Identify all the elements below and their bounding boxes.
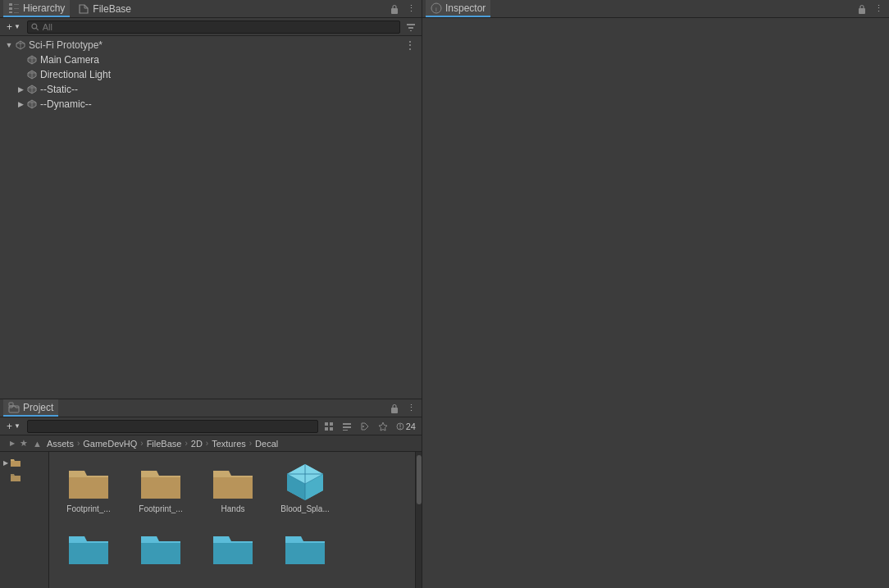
breadcrumb-star[interactable]: ★ — [20, 438, 28, 449]
project-fav-btn[interactable] — [376, 421, 390, 432]
svg-rect-30 — [391, 408, 398, 413]
footprint2-icon — [136, 462, 185, 503]
project-menu-btn[interactable]: ⋮ — [404, 402, 418, 414]
project-content: ▶ — [0, 452, 422, 588]
svg-point-38 — [362, 426, 364, 427]
static-arrow — [15, 84, 26, 95]
tree-item-main-camera[interactable]: Main Camera — [0, 52, 422, 67]
tree-item-directional-light[interactable]: Directional Light — [0, 67, 422, 82]
hierarchy-section: Hierarchy FileBase ⋮ + ▼ — [0, 0, 422, 399]
directional-light-icon — [26, 69, 38, 80]
tree-item-scene-root[interactable]: Sci-Fi Prototype* ⋮ — [0, 38, 422, 52]
project-thumbnail-btn[interactable] — [321, 421, 336, 432]
project-file-count: 24 — [406, 422, 416, 431]
project-tree-btn[interactable] — [340, 421, 354, 432]
hierarchy-tree: Sci-Fi Prototype* ⋮ Main Camera — [0, 36, 422, 399]
hands-label: Hands — [221, 504, 245, 514]
footprint1-icon — [64, 462, 113, 503]
svg-rect-36 — [343, 426, 351, 428]
scene-root-arrow — [3, 39, 15, 51]
add-label: + — [7, 21, 12, 33]
svg-marker-6 — [80, 5, 88, 13]
dynamic-arrow — [15, 98, 26, 110]
sidebar-folder-icon — [10, 457, 21, 468]
left-panel: Hierarchy FileBase ⋮ + ▼ — [0, 0, 422, 588]
filebase-tab-label: FileBase — [93, 3, 131, 15]
svg-rect-3 — [14, 4, 19, 5]
project-search-input[interactable] — [31, 422, 314, 431]
svg-rect-53 — [859, 8, 865, 14]
project-add-button[interactable]: + ▼ — [3, 420, 24, 433]
file-item-folder5[interactable] — [56, 524, 121, 573]
tree-item-static[interactable]: --Static-- — [0, 82, 422, 97]
tab-project[interactable]: Project — [3, 399, 58, 417]
inspector-menu-btn[interactable]: ⋮ — [872, 2, 886, 15]
svg-marker-39 — [379, 422, 387, 431]
filebase-tab-icon — [78, 3, 89, 15]
breadcrumb-up[interactable]: ▲ — [33, 439, 42, 449]
hierarchy-search-input[interactable] — [43, 22, 396, 32]
breadcrumb-assets[interactable]: Assets — [47, 439, 74, 449]
scene-root-menu[interactable]: ⋮ — [402, 38, 418, 52]
svg-rect-28 — [9, 406, 19, 413]
svg-rect-10 — [407, 24, 415, 25]
project-search-box — [27, 420, 318, 433]
breadcrumb-2d[interactable]: 2D — [191, 439, 203, 449]
breadcrumb-textures[interactable]: Textures — [212, 439, 246, 449]
svg-rect-33 — [325, 427, 328, 431]
directional-light-label: Directional Light — [40, 69, 111, 80]
svg-rect-32 — [330, 422, 333, 426]
main-camera-icon — [26, 54, 38, 66]
hands-icon — [208, 462, 258, 503]
sidebar-toggle-row[interactable]: ▶ — [0, 455, 48, 470]
search-icon — [31, 23, 39, 31]
project-scrollbar[interactable] — [415, 452, 422, 588]
project-add-label: + — [7, 421, 12, 432]
tab-inspector[interactable]: i Inspector — [426, 0, 490, 17]
file-item-folder6[interactable] — [128, 524, 194, 573]
hierarchy-tab-label: Hierarchy — [23, 2, 65, 14]
file-item-blood-splash[interactable]: Blood_Spla... — [272, 458, 338, 517]
tree-item-dynamic[interactable]: --Dynamic-- — [0, 97, 422, 112]
dynamic-label: --Dynamic-- — [40, 98, 92, 110]
svg-rect-7 — [391, 8, 398, 14]
file-item-footprint1[interactable]: Footprint_... — [56, 458, 121, 517]
breadcrumb-decal[interactable]: Decal — [255, 439, 278, 449]
svg-text:i: i — [435, 5, 437, 12]
breadcrumb-gamedevhq[interactable]: GameDevHQ — [83, 439, 137, 449]
project-count-btn[interactable]: 24 — [394, 421, 418, 432]
hierarchy-search-options[interactable] — [403, 21, 418, 33]
project-add-arrow: ▼ — [14, 422, 21, 430]
static-icon — [26, 84, 38, 95]
file-item-hands[interactable]: Hands — [200, 458, 266, 517]
project-lock-btn[interactable] — [388, 403, 401, 414]
hierarchy-search-box — [27, 21, 400, 34]
sidebar-arrow-icon: ▶ — [3, 459, 8, 467]
folder5-icon — [64, 527, 113, 568]
tab-filebase[interactable]: FileBase — [73, 0, 136, 17]
inspector-tab-label: Inspector — [445, 2, 486, 14]
svg-rect-37 — [343, 430, 348, 431]
svg-rect-29 — [9, 403, 13, 406]
project-section: Project ⋮ + ▼ — [0, 399, 422, 588]
breadcrumb-arrow — [7, 438, 18, 449]
svg-rect-31 — [325, 422, 328, 426]
footprint2-label: Footprint_... — [139, 504, 182, 514]
breadcrumb: ★ ▲ Assets › GameDevHQ › FileBase › 2D ›… — [0, 435, 422, 452]
file-item-folder8[interactable] — [272, 524, 338, 573]
project-tag-btn[interactable] — [358, 421, 372, 432]
file-item-folder7[interactable] — [200, 524, 266, 573]
hierarchy-menu-btn[interactable]: ⋮ — [404, 2, 418, 15]
inspector-lock-btn[interactable] — [855, 3, 868, 15]
tab-hierarchy[interactable]: Hierarchy — [3, 0, 70, 17]
file-item-footprint2[interactable]: Footprint_... — [128, 458, 194, 517]
breadcrumb-filebase[interactable]: FileBase — [147, 439, 182, 449]
project-folder-sidebar: ▶ — [0, 452, 49, 588]
sidebar-item-2[interactable] — [0, 470, 48, 485]
main-camera-label: Main Camera — [40, 54, 99, 66]
folder7-icon — [208, 527, 258, 568]
hierarchy-add-button[interactable]: + ▼ — [3, 21, 24, 34]
add-arrow-icon: ▼ — [14, 23, 21, 30]
project-tab-icon — [8, 402, 20, 413]
hierarchy-lock-btn[interactable] — [388, 3, 401, 15]
